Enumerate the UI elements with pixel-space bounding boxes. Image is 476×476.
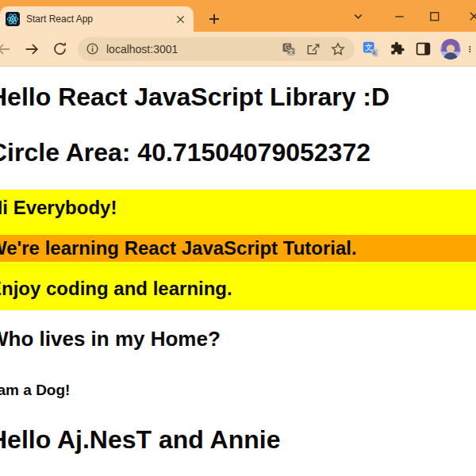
- maximize-icon[interactable]: [427, 0, 441, 32]
- url-text[interactable]: localhost:3001: [106, 43, 178, 56]
- side-panel-icon[interactable]: [414, 40, 432, 58]
- learning-tutorial-text: We're learning React JavaScript Tutorial…: [0, 235, 476, 262]
- minimize-icon[interactable]: [392, 0, 406, 32]
- browser-toolbar: localhost:3001 G 文 文: [0, 32, 476, 67]
- who-lives-heading: Who lives in my Home?: [0, 326, 476, 351]
- translate-extension-icon[interactable]: 文 A: [362, 40, 379, 58]
- menu-kebab-icon[interactable]: [468, 40, 476, 59]
- tab-title: Start React App: [26, 13, 173, 25]
- yellow-banner: Hi Everybody! We're learning React JavaS…: [0, 190, 476, 310]
- refresh-icon[interactable]: [50, 40, 69, 59]
- tab-search-chevron-icon[interactable]: [351, 0, 365, 32]
- browser-titlebar: Start React App: [0, 0, 476, 32]
- dog-line-text: I am a Dog!: [0, 380, 476, 400]
- close-window-icon[interactable]: [466, 0, 476, 32]
- new-tab-button[interactable]: [205, 10, 224, 29]
- blue-greeting-heading: Hello Aj.NesT and Annie: [0, 424, 476, 455]
- profile-avatar[interactable]: [440, 39, 461, 60]
- svg-text:文: 文: [288, 48, 294, 55]
- tab-close-icon[interactable]: [173, 12, 187, 26]
- bookmark-star-icon[interactable]: [329, 40, 347, 58]
- site-info-icon[interactable]: [86, 42, 99, 56]
- translate-icon[interactable]: G 文: [280, 40, 298, 58]
- svg-text:A: A: [372, 49, 376, 56]
- hello-react-heading: Hello React JavaScript Library :D: [0, 83, 476, 113]
- forward-icon[interactable]: [22, 40, 41, 59]
- hi-everybody-text: Hi Everybody!: [0, 196, 476, 220]
- back-icon[interactable]: [0, 40, 13, 59]
- extensions-puzzle-icon[interactable]: [388, 40, 405, 58]
- address-bar[interactable]: localhost:3001 G 文: [78, 37, 355, 61]
- browser-tab[interactable]: Start React App: [0, 6, 194, 32]
- share-icon[interactable]: [305, 40, 322, 58]
- react-favicon-icon: [6, 12, 20, 26]
- enjoy-coding-text: Enjoy coding and learning.: [0, 277, 476, 301]
- react-app-page: Hello React JavaScript Library :D Circle…: [0, 83, 476, 455]
- circle-area-heading: Circle Area: 40.71504079052372: [0, 138, 476, 168]
- page-viewport: Hello React JavaScript Library :D Circle…: [0, 67, 476, 475]
